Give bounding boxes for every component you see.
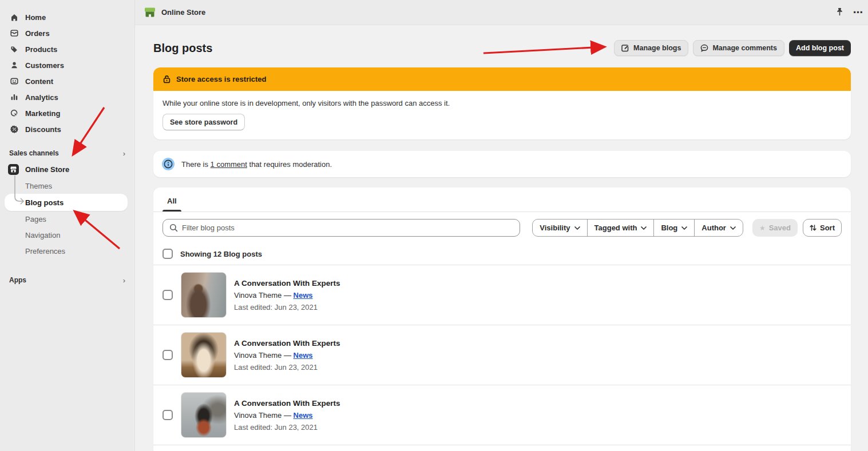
store-access-banner-title: Store access is restricted <box>176 75 267 83</box>
orders-icon <box>9 29 19 38</box>
sort-arrows-icon <box>810 224 817 232</box>
sidebar: Home Orders Products Customers Content <box>0 0 135 451</box>
blog-post-subtitle: Vinova Theme — News <box>234 290 340 301</box>
store-access-banner-message: While your online store is in developmen… <box>162 99 842 107</box>
sidebar-item-label: Products <box>25 45 57 54</box>
blog-post-last-edited: Last edited: Jun 23, 2021 <box>234 362 340 373</box>
store-access-banner-header: Store access is restricted <box>153 67 851 91</box>
lock-icon <box>162 75 171 83</box>
manage-blogs-button[interactable]: Manage blogs <box>614 40 688 56</box>
blog-filter-dropdown[interactable]: Blog <box>653 219 694 236</box>
page-header-actions: Manage blogs Manage comments Add blog po… <box>614 40 851 56</box>
sidebar-item-blog-posts[interactable]: Blog posts <box>5 194 128 211</box>
sidebar-section-sales-channels[interactable]: Sales channels › <box>0 145 134 161</box>
topbar-actions: ⋯ <box>835 6 863 18</box>
topbar-store-name: Online Store <box>161 8 205 17</box>
row-checkbox[interactable] <box>162 290 173 300</box>
sidebar-item-label: Online Store <box>25 165 69 174</box>
products-icon <box>9 45 19 54</box>
sidebar-item-label: Discounts <box>25 125 61 134</box>
blog-post-last-edited: Last edited: Jun 23, 2021 <box>234 422 340 433</box>
page-header: Blog posts Manage blogs Manage comments … <box>153 39 851 57</box>
blog-post-row[interactable]: A Conversation With Experts Vinova Theme… <box>153 385 851 445</box>
blog-post-thumbnail <box>181 332 227 378</box>
blog-post-subtitle: Vinova Theme — News <box>234 350 340 361</box>
sidebar-section-apps[interactable]: Apps › <box>0 272 134 288</box>
store-access-banner-body: While your online store is in developmen… <box>153 91 851 139</box>
sidebar-item-discounts[interactable]: Discounts <box>0 121 134 137</box>
row-checkbox[interactable] <box>162 410 173 420</box>
sidebar-item-label: Customers <box>25 61 64 70</box>
chevron-right-icon: › <box>123 149 125 158</box>
tagged-with-filter-dropdown[interactable]: Tagged with <box>587 219 654 236</box>
blog-post-info: A Conversation With Experts Vinova Theme… <box>234 278 340 313</box>
blog-link[interactable]: News <box>294 411 313 420</box>
sidebar-item-label: Pages <box>25 215 46 223</box>
blog-post-title[interactable]: A Conversation With Experts <box>234 278 340 289</box>
home-icon <box>9 13 19 22</box>
blog-post-thumbnail <box>181 272 227 318</box>
tabs-row: All <box>153 187 851 212</box>
blog-post-info: A Conversation With Experts Vinova Theme… <box>234 398 340 433</box>
tab-all[interactable]: All <box>162 191 181 211</box>
pin-icon[interactable] <box>835 7 844 17</box>
blog-post-subtitle: Vinova Theme — News <box>234 410 340 421</box>
sidebar-item-online-store[interactable]: Online Store <box>0 161 134 178</box>
blog-post-title[interactable]: A Conversation With Experts <box>234 338 340 349</box>
sidebar-item-analytics[interactable]: Analytics <box>0 89 134 105</box>
select-all-checkbox[interactable] <box>162 249 173 259</box>
row-checkbox[interactable] <box>162 350 173 360</box>
sidebar-item-label: Orders <box>25 29 50 38</box>
filter-search-box[interactable] <box>162 219 520 237</box>
sidebar-item-label: Navigation <box>25 231 60 240</box>
select-all-row: Showing 12 Blog posts <box>153 244 851 265</box>
add-blog-post-button[interactable]: Add blog post <box>789 40 851 56</box>
blog-post-row[interactable]: A Conversation With Experts Vinova Theme… <box>153 265 851 325</box>
page-title: Blog posts <box>153 42 212 55</box>
blog-post-title[interactable]: A Conversation With Experts <box>234 398 340 409</box>
more-options-icon[interactable]: ⋯ <box>853 6 863 18</box>
star-icon: ★ <box>759 224 766 232</box>
section-label: Sales channels <box>9 149 59 157</box>
sidebar-item-themes[interactable]: Themes <box>0 178 134 194</box>
list-summary: Showing 12 Blog posts <box>180 250 262 258</box>
section-label: Apps <box>9 276 26 284</box>
discounts-icon <box>9 125 19 134</box>
sidebar-item-label: Preferences <box>25 247 65 256</box>
sidebar-item-marketing[interactable]: Marketing <box>0 105 134 121</box>
sidebar-item-label: Themes <box>25 182 52 190</box>
sort-button[interactable]: Sort <box>803 219 842 237</box>
author-filter-dropdown[interactable]: Author <box>694 219 743 236</box>
sidebar-item-customers[interactable]: Customers <box>0 57 134 73</box>
sidebar-nav: Home Orders Products Customers Content <box>0 0 134 137</box>
moderation-notice-text: There is 1 comment that requires moderat… <box>181 160 332 169</box>
manage-comments-button[interactable]: Manage comments <box>693 40 784 56</box>
sidebar-item-orders[interactable]: Orders <box>0 25 134 41</box>
sidebar-item-content[interactable]: Content <box>0 73 134 89</box>
sidebar-item-preferences[interactable]: Preferences <box>0 243 134 259</box>
customers-icon <box>9 61 19 70</box>
blog-link[interactable]: News <box>294 291 313 300</box>
sidebar-item-label: Marketing <box>25 109 60 118</box>
store-access-banner: Store access is restricted While your on… <box>153 67 851 139</box>
blog-link[interactable]: News <box>294 351 313 360</box>
marketing-icon <box>9 109 19 118</box>
sidebar-item-products[interactable]: Products <box>0 41 134 57</box>
filter-blog-posts-input[interactable] <box>182 223 513 232</box>
content-icon <box>9 77 19 86</box>
info-icon <box>162 158 175 170</box>
sidebar-item-home[interactable]: Home <box>0 9 134 25</box>
visibility-filter-dropdown[interactable]: Visibility <box>533 219 586 236</box>
filter-row: Visibility Tagged with Blog Author ★ <box>153 212 851 244</box>
see-store-password-button[interactable]: See store password <box>162 114 245 130</box>
chevron-down-icon <box>681 226 687 230</box>
blog-post-row[interactable]: A Conversation With Experts Vinova Theme… <box>153 325 851 385</box>
chevron-down-icon <box>730 226 736 230</box>
sidebar-item-navigation[interactable]: Navigation <box>0 227 134 243</box>
blog-post-last-edited: Last edited: Jun 23, 2021 <box>234 302 340 313</box>
chevron-down-icon <box>574 226 580 230</box>
sidebar-item-pages[interactable]: Pages <box>0 211 134 227</box>
sidebar-item-label: Blog posts <box>25 198 64 207</box>
moderation-comment-link[interactable]: 1 comment <box>211 160 247 169</box>
sidebar-item-label: Home <box>25 13 46 22</box>
